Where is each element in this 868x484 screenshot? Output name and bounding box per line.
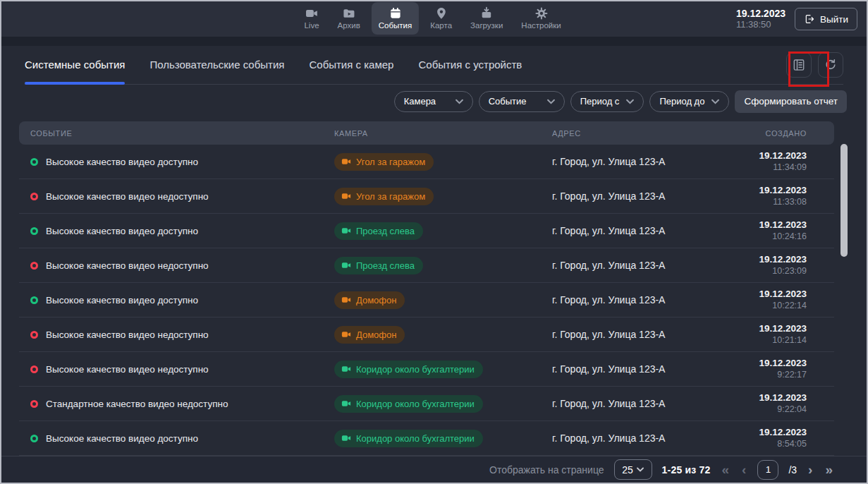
tab-device-events[interactable]: События с устройств	[418, 47, 522, 83]
status-indicator	[30, 435, 38, 442]
table-row[interactable]: Высокое качество видео недоступно Проезд…	[19, 248, 834, 283]
table-row[interactable]: Высокое качество видео недоступно Угол з…	[19, 179, 834, 214]
report-journal-button[interactable]	[786, 52, 812, 78]
camera-name: Проезд слева	[356, 260, 415, 271]
camera-badge[interactable]: Коридор около бухгалтерии	[334, 430, 483, 447]
tab-user-events[interactable]: Пользовательские события	[149, 47, 284, 83]
nav-item-label: Настройки	[521, 21, 561, 30]
next-page-button[interactable]: ›	[807, 463, 814, 476]
camera-badge[interactable]: Домофон	[334, 326, 405, 344]
created-cell: 19.12.2023 11:33:08	[721, 185, 807, 207]
nav-item-downloads[interactable]: Загрузки	[463, 2, 510, 35]
logout-button[interactable]: Выйти	[795, 8, 857, 30]
nav-item-events[interactable]: События	[372, 2, 419, 35]
created-cell: 19.12.2023 9:22:04	[721, 392, 807, 415]
camera-cell: Коридор около бухгалтерии	[334, 361, 552, 378]
camera-filter-dropdown[interactable]: Камера	[394, 91, 473, 112]
table-row[interactable]: Высокое качество видео доступно Коридор …	[19, 421, 834, 456]
per-page-select[interactable]: 25	[614, 459, 652, 480]
camera-filter-label: Камера	[404, 96, 436, 107]
navbar-right: 19.12.2023 11:38:50 Выйти	[736, 1, 857, 37]
address: г. Город, ул. Улица 123-А	[552, 432, 721, 444]
nav-item-map[interactable]: Карта	[423, 2, 459, 35]
camera-badge[interactable]: Коридор около бухгалтерии	[334, 361, 483, 378]
address: г. Город, ул. Улица 123-А	[552, 156, 721, 167]
generate-report-button[interactable]: Сформировать отчет	[735, 90, 847, 113]
status-indicator	[30, 400, 38, 408]
table-row[interactable]: Высокое качество видео доступно Домофон …	[19, 283, 834, 317]
event-name: Высокое качество видео доступно	[46, 295, 198, 305]
per-page-value: 25	[622, 464, 633, 476]
event-filter-dropdown[interactable]: Событие	[479, 91, 565, 112]
event-name: Высокое качество видео недоступно	[46, 329, 209, 340]
nav-item-label: События	[379, 21, 412, 30]
camera-badge[interactable]: Коридор около бухгалтерии	[334, 395, 483, 413]
camera-badge[interactable]: Угол за гаражом	[334, 153, 434, 171]
nav-item-live[interactable]: Live	[297, 2, 326, 35]
last-page-button[interactable]: »	[824, 463, 834, 476]
map-pin-icon	[434, 6, 448, 20]
events-tab-bar: Системные события Пользовательские событ…	[25, 46, 843, 85]
camera-icon	[341, 433, 351, 443]
table-row[interactable]: Высокое качество видео доступно Угол за …	[19, 145, 834, 179]
table-row[interactable]: Стандартное качество видео недоступно Ко…	[19, 387, 834, 421]
camera-name: Коридор около бухгалтерии	[356, 433, 475, 444]
event-cell: Высокое качество видео недоступно	[30, 329, 334, 340]
created-time: 11:33:08	[721, 196, 807, 207]
period-from-label: Период с	[580, 96, 620, 107]
filters-toolbar: Камера Событие Период с Период до Сформи…	[1, 85, 867, 118]
camera-badge[interactable]: Домофон	[334, 291, 405, 309]
first-page-button[interactable]: «	[721, 463, 731, 476]
created-time: 10:22:14	[721, 300, 807, 311]
status-indicator	[30, 331, 38, 339]
created-time: 11:34:09	[721, 162, 807, 173]
pagination-bar: Отображать на странице 25 1-25 из 72 « ‹…	[1, 456, 867, 483]
period-to-dropdown[interactable]: Период до	[649, 91, 729, 112]
chevron-down-icon	[626, 99, 634, 104]
logout-label: Выйти	[820, 14, 848, 25]
period-from-dropdown[interactable]: Период с	[570, 91, 644, 112]
prev-page-button[interactable]: ‹	[740, 463, 747, 476]
camera-icon	[341, 364, 351, 374]
created-date: 19.12.2023	[721, 150, 807, 162]
tab-toolbar-icons	[786, 52, 843, 78]
camera-badge[interactable]: Проезд слева	[334, 257, 423, 274]
camera-badge[interactable]: Проезд слева	[334, 222, 423, 240]
refresh-icon	[824, 58, 838, 72]
camera-cell: Домофон	[334, 291, 552, 309]
range-label: 1-25 из 72	[662, 464, 711, 476]
created-cell: 19.12.2023 10:22:14	[721, 289, 807, 311]
vertical-scrollbar[interactable]	[841, 144, 848, 257]
event-name: Высокое качество видео недоступно	[46, 364, 209, 375]
logout-icon	[804, 13, 815, 25]
created-time: 10:24:16	[721, 231, 807, 242]
current-page-input[interactable]: 1	[757, 460, 778, 480]
address: г. Город, ул. Улица 123-А	[552, 190, 721, 202]
archive-folder-icon	[342, 6, 356, 20]
event-name: Высокое качество видео доступно	[46, 226, 198, 236]
status-indicator	[30, 193, 38, 200]
tab-camera-events[interactable]: События с камер	[309, 47, 393, 83]
downloads-icon	[479, 6, 494, 20]
created-date: 19.12.2023	[721, 427, 807, 438]
refresh-button[interactable]	[818, 52, 843, 78]
camera-cell: Проезд слева	[334, 222, 552, 240]
camera-cell: Угол за гаражом	[334, 188, 552, 205]
table-row[interactable]: Высокое качество видео недоступно Домофо…	[19, 317, 834, 352]
table-row[interactable]: Высокое качество видео доступно Проезд с…	[19, 214, 834, 248]
camera-name: Домофон	[356, 295, 396, 305]
created-date: 19.12.2023	[721, 392, 807, 404]
header-camera: КАМЕРА	[334, 129, 552, 138]
camera-name: Угол за гаражом	[356, 191, 425, 202]
created-time: 8:54:05	[721, 438, 807, 449]
camera-badge[interactable]: Угол за гаражом	[334, 188, 434, 205]
datetime-display: 19.12.2023 11:38:50	[736, 8, 786, 30]
created-cell: 19.12.2023 11:34:09	[721, 150, 807, 173]
events-table-body: Высокое качество видео доступно Угол за …	[19, 145, 834, 456]
created-date: 19.12.2023	[721, 289, 807, 300]
table-row[interactable]: Высокое качество видео недоступно Коридо…	[19, 352, 834, 387]
tab-system-events[interactable]: Системные события	[25, 47, 125, 83]
nav-item-archive[interactable]: Архив	[331, 2, 367, 35]
address: г. Город, ул. Улица 123-А	[552, 363, 721, 375]
nav-item-settings[interactable]: Настройки	[514, 2, 568, 35]
